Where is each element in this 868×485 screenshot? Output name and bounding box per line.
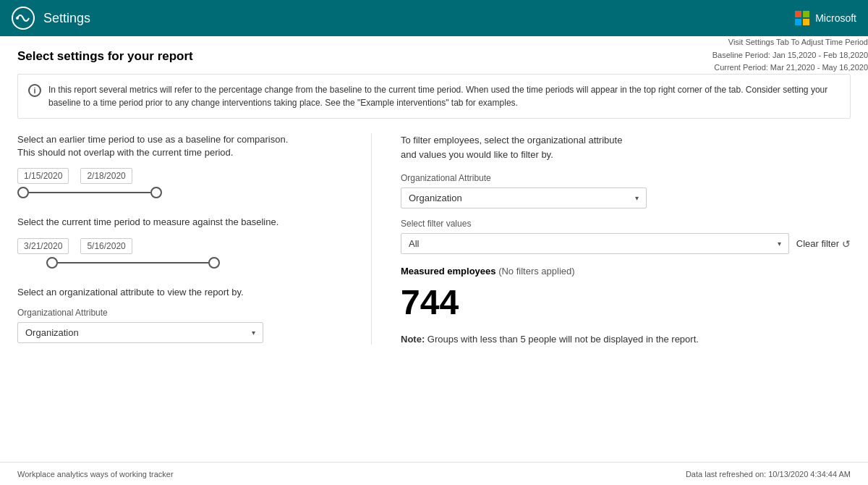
info-text: In this report several metrics will refe… xyxy=(48,83,840,109)
baseline-date-labels: 1/15/2020 2/18/2020 xyxy=(17,168,342,184)
filter-org-attribute-dropdown[interactable]: Organization ▾ xyxy=(401,187,647,208)
footer-left: Workplace analytics ways of working trac… xyxy=(17,470,174,478)
current-description: Select the current time period to measur… xyxy=(17,216,342,229)
filter-values-container: Select filter values All ▾ Clear filter … xyxy=(401,219,851,254)
header: Settings Microsoft xyxy=(0,0,868,36)
clear-filter-label: Clear filter xyxy=(796,238,839,249)
filter-org-attribute-value: Organization xyxy=(409,193,462,203)
info-icon: i xyxy=(28,84,41,97)
microsoft-label: Microsoft xyxy=(815,12,856,24)
app-logo xyxy=(12,7,35,30)
filter-values-row: All ▾ Clear filter ↺ xyxy=(401,233,851,254)
org-attribute-value: Organization xyxy=(25,327,79,338)
baseline-start-date: 1/15/2020 xyxy=(17,168,69,184)
current-end-date: 5/16/2020 xyxy=(80,238,132,254)
org-attr-description: Select an organizational attribute to vi… xyxy=(17,286,342,299)
baseline-description: Select an earlier time period to use as … xyxy=(17,133,342,159)
period-info-line3: Current Period: Mar 21,2020 - May 16,202… xyxy=(712,62,868,75)
filter-values-value: All xyxy=(409,238,419,249)
main-layout: Select an earlier time period to use as … xyxy=(17,133,851,345)
left-column: Select an earlier time period to use as … xyxy=(17,133,372,345)
filter-org-attr-label: Organizational Attribute xyxy=(401,173,851,183)
baseline-slider[interactable] xyxy=(17,187,162,198)
current-period-section: Select the current time period to measur… xyxy=(17,216,342,268)
baseline-end-date: 2/18/2020 xyxy=(80,168,132,184)
period-info: Visit Settings Tab To Adjust Time Period… xyxy=(712,36,868,75)
baseline-slider-right-thumb[interactable] xyxy=(150,187,162,198)
measured-employees-label: Measured employees (No filters applied) xyxy=(401,266,851,277)
baseline-slider-track xyxy=(29,192,150,193)
period-info-line2: Baseline Period: Jan 15,2020 - Feb 18,20… xyxy=(712,49,868,62)
current-date-labels: 3/21/2020 5/16/2020 xyxy=(17,238,342,254)
org-attribute-section: Select an organizational attribute to vi… xyxy=(17,286,342,343)
header-right: Microsoft xyxy=(795,11,856,25)
note-content: Groups with less than 5 people will not … xyxy=(425,334,699,345)
filter-values-chevron-icon: ▾ xyxy=(778,240,781,248)
app-title: Settings xyxy=(43,11,90,26)
measured-employees-count: 744 xyxy=(401,282,851,322)
current-slider-right-thumb[interactable] xyxy=(208,257,220,269)
org-attribute-dropdown[interactable]: Organization ▾ xyxy=(17,322,263,343)
filter-values-dropdown[interactable]: All ▾ xyxy=(401,233,789,254)
svg-point-1 xyxy=(16,17,19,20)
org-attr-field-label: Organizational Attribute xyxy=(17,308,342,318)
note-bold-label: Note: xyxy=(401,334,425,345)
filter-org-attr-container: Organizational Attribute Organization ▾ xyxy=(401,173,851,208)
footer: Workplace analytics ways of working trac… xyxy=(0,462,868,485)
microsoft-logo-icon xyxy=(795,11,809,25)
current-slider-left-thumb[interactable] xyxy=(46,257,58,269)
note-text: Note: Groups with less than 5 people wil… xyxy=(401,334,851,345)
measured-employees-section: Measured employees (No filters applied) … xyxy=(401,266,851,345)
current-start-date: 3/21/2020 xyxy=(17,238,69,254)
right-column: To filter employees, select the organiza… xyxy=(372,133,851,345)
filter-description: To filter employees, select the organiza… xyxy=(401,133,851,161)
baseline-section: Select an earlier time period to use as … xyxy=(17,133,342,198)
header-left: Settings xyxy=(12,7,90,30)
filter-values-label: Select filter values xyxy=(401,219,851,229)
period-info-line1: Visit Settings Tab To Adjust Time Period xyxy=(712,36,868,49)
baseline-slider-left-thumb[interactable] xyxy=(17,187,29,198)
footer-right: Data last refreshed on: 10/13/2020 4:34:… xyxy=(686,470,851,478)
current-slider[interactable] xyxy=(46,257,220,269)
filter-org-attribute-chevron-icon: ▾ xyxy=(635,194,639,202)
measured-employees-sublabel: (No filters applied) xyxy=(498,266,575,277)
current-slider-track xyxy=(58,262,208,263)
info-box: i In this report several metrics will re… xyxy=(17,74,851,119)
org-attribute-chevron-icon: ▾ xyxy=(252,329,255,337)
clear-filter-refresh-icon: ↺ xyxy=(842,238,851,250)
clear-filter-button[interactable]: Clear filter ↺ xyxy=(796,238,851,250)
